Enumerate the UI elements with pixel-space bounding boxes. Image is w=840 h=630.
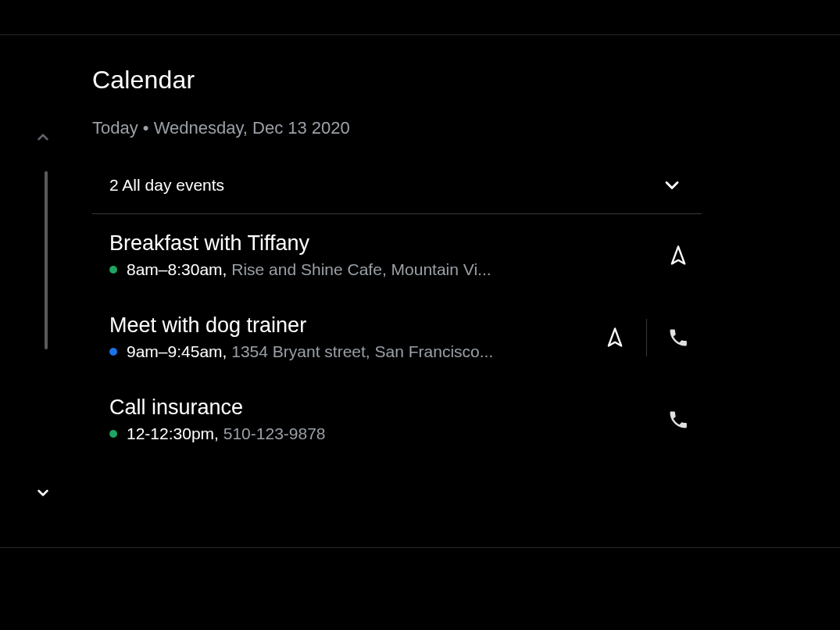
expand-all-day-icon-wrap	[661, 174, 702, 196]
event-actions	[655, 232, 702, 279]
navigation-icon	[667, 245, 689, 267]
event-row: Meet with dog trainer 9am–9:45am, 1354 B…	[92, 296, 702, 378]
calendar-dot-icon	[109, 430, 117, 438]
event-meta: 9am–9:45am, 1354 Bryant street, San Fran…	[109, 342, 592, 361]
event-actions	[655, 396, 702, 443]
event-item[interactable]: Meet with dog trainer 9am–9:45am, 1354 B…	[109, 313, 592, 361]
event-title: Breakfast with Tiffany	[109, 231, 655, 256]
event-location: 510-123-9878	[223, 424, 326, 442]
call-button[interactable]	[655, 314, 702, 361]
scroll-down-button[interactable]	[30, 480, 55, 505]
phone-icon	[667, 327, 689, 349]
date-label: Today • Wednesday, Dec 13 2020	[92, 118, 699, 138]
chevron-down-icon	[661, 174, 683, 196]
navigate-button[interactable]	[592, 314, 638, 361]
chevron-up-icon	[33, 127, 53, 148]
event-time: 9am–9:45am,	[127, 342, 227, 360]
calendar-dot-icon	[109, 266, 117, 274]
event-meta: 8am–8:30am, Rise and Shine Cafe, Mountai…	[109, 260, 655, 279]
chevron-down-icon	[33, 482, 53, 503]
event-meta: 12-12:30pm, 510-123-9878	[109, 424, 655, 443]
event-item[interactable]: Call insurance 12-12:30pm, 510-123-9878	[109, 396, 655, 443]
scroll-controls	[27, 125, 59, 505]
bottom-divider	[0, 547, 840, 548]
event-item[interactable]: Breakfast with Tiffany 8am–8:30am, Rise …	[109, 231, 655, 279]
main-content: Calendar Today • Wednesday, Dec 13 2020 …	[92, 66, 699, 460]
event-time: 12-12:30pm,	[127, 424, 219, 442]
event-actions	[592, 314, 702, 361]
scroll-up-button[interactable]	[30, 125, 55, 150]
calendar-dot-icon	[109, 348, 117, 356]
phone-icon	[667, 409, 689, 431]
all-day-events-row[interactable]: 2 All day events	[92, 165, 702, 214]
navigation-icon	[604, 327, 626, 349]
event-location: 1354 Bryant street, San Francisco...	[231, 342, 493, 360]
app-title: Calendar	[92, 66, 699, 95]
event-row: Breakfast with Tiffany 8am–8:30am, Rise …	[92, 214, 702, 296]
event-time: 8am–8:30am,	[127, 260, 227, 278]
event-title: Meet with dog trainer	[109, 313, 592, 338]
scroll-indicator	[45, 171, 48, 349]
event-row: Call insurance 12-12:30pm, 510-123-9878	[92, 378, 702, 460]
event-location: Rise and Shine Cafe, Mountain Vi...	[231, 260, 491, 278]
navigate-button[interactable]	[655, 232, 702, 279]
action-divider	[646, 319, 647, 356]
event-title: Call insurance	[109, 396, 655, 420]
call-button[interactable]	[655, 396, 702, 443]
top-divider	[0, 34, 840, 35]
all-day-label: 2 All day events	[109, 176, 224, 195]
